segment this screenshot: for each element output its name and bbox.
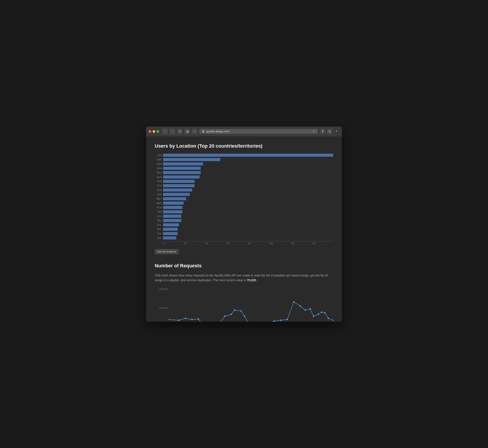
fullscreen-button[interactable] xyxy=(157,130,159,133)
see-all-locations-button[interactable]: See all locations xyxy=(155,249,178,254)
bar-track xyxy=(163,228,333,231)
bar-track xyxy=(163,184,333,187)
chart-dot xyxy=(178,320,179,321)
x-tick: 60 xyxy=(227,241,248,245)
bar-row: SWE xyxy=(155,201,333,205)
bar-row: COL xyxy=(155,214,333,218)
bar-row: CAN xyxy=(155,162,333,166)
sidebar-button[interactable]: ⊞ xyxy=(177,129,183,134)
chart-dot xyxy=(191,319,192,320)
bar-label: CAN xyxy=(155,163,162,165)
bar-label: PHL xyxy=(155,228,162,231)
new-tab-button[interactable]: + xyxy=(334,129,339,134)
chart-dot xyxy=(234,309,235,311)
bar-label: BRA xyxy=(155,167,162,170)
x-tick: 0 xyxy=(163,241,184,245)
bar-fill xyxy=(163,162,203,165)
bar-label: FRA xyxy=(155,184,162,187)
chart-dot xyxy=(333,320,333,321)
bar-label: AUS xyxy=(155,189,162,191)
location-chart-title: Users by Location (Top 20 countries/terr… xyxy=(155,143,333,149)
bar-fill xyxy=(163,215,181,218)
bar-row: MEX xyxy=(155,197,333,201)
bar-row: IND xyxy=(155,210,333,214)
bar-label: NZL xyxy=(155,237,162,239)
browser-content: Users by Location (Top 20 countries/terr… xyxy=(146,137,342,322)
chart-dot xyxy=(324,312,326,314)
bar-fill xyxy=(163,206,182,209)
menu-icon[interactable]: ≡ xyxy=(192,129,197,134)
chart-dot xyxy=(293,301,295,303)
bar-track xyxy=(163,236,333,240)
y-axis-labels: 150,000100,00050,0000 xyxy=(155,288,168,321)
bar-row: FRA xyxy=(155,184,333,188)
bar-track xyxy=(163,215,333,218)
shield-icon[interactable]: ◑ xyxy=(184,129,190,134)
bar-fill xyxy=(163,232,178,235)
chart-dot xyxy=(198,318,199,320)
back-button[interactable]: ‹ xyxy=(162,129,168,134)
chart-dot xyxy=(273,320,275,322)
bar-track xyxy=(163,171,333,174)
bar-row: RUS xyxy=(155,206,333,209)
bar-track xyxy=(163,202,333,205)
bar-label: COL xyxy=(155,215,162,217)
bar-fill xyxy=(163,167,201,170)
chart-dot xyxy=(244,315,245,317)
chart-dot xyxy=(313,315,314,317)
refresh-button[interactable]: ↻ xyxy=(313,130,315,133)
bar-track xyxy=(163,176,333,178)
x-tick: 120 xyxy=(291,241,312,245)
bar-label: ESP xyxy=(155,193,162,196)
description-prefix: This chart shows how many requests to th… xyxy=(155,274,328,282)
browser-actions: ⬆ ⧉ + xyxy=(320,129,339,134)
bar-track xyxy=(163,158,333,161)
description-suffix: . xyxy=(256,278,257,282)
minimize-button[interactable] xyxy=(152,130,155,133)
chart-dot xyxy=(224,315,225,317)
bar-row: POL xyxy=(155,223,333,227)
x-tick: 100 xyxy=(270,241,291,245)
chart-dot xyxy=(304,309,306,311)
requests-section: Number of Requests This chart shows how … xyxy=(155,263,333,322)
bar-track xyxy=(163,219,333,222)
chart-dot xyxy=(300,305,301,307)
lock-icon: 🔒 xyxy=(202,130,205,133)
chart-dot xyxy=(321,312,322,313)
bar-chart: USAGBRCANBRADEUNLDTURFRAAUSESPMEXSWERUSI… xyxy=(155,153,333,240)
bar-track xyxy=(163,162,333,165)
url-text: spotify-dedup.com xyxy=(206,130,229,133)
line-chart xyxy=(169,288,333,321)
x-tick: 80 xyxy=(248,241,270,245)
x-axis: 020406080100120140 xyxy=(163,241,333,245)
bar-fill xyxy=(163,180,195,183)
bar-row: BRA xyxy=(155,166,333,170)
bar-fill xyxy=(163,197,186,200)
close-button[interactable] xyxy=(149,130,151,133)
bar-row: NLD xyxy=(155,175,333,179)
bar-row: TUR xyxy=(155,179,333,183)
bar-track xyxy=(163,197,333,200)
bar-label: POL xyxy=(155,224,162,226)
bar-label: IND xyxy=(155,210,162,213)
bar-track xyxy=(163,167,333,170)
bar-fill xyxy=(163,193,190,196)
requests-chart-title: Number of Requests xyxy=(155,263,333,269)
forward-button[interactable]: › xyxy=(169,129,175,134)
bar-fill xyxy=(163,223,179,226)
share-button[interactable]: ⬆ xyxy=(320,129,325,134)
bar-label: SWE xyxy=(155,202,162,204)
bar-fill xyxy=(163,236,176,240)
bar-label: USA xyxy=(155,154,162,157)
bar-row: BEL xyxy=(155,219,333,223)
duplicate-button[interactable]: ⧉ xyxy=(327,129,332,134)
bar-row: USA xyxy=(155,153,333,157)
bar-row: PHL xyxy=(155,227,333,231)
location-chart-section: Users by Location (Top 20 countries/terr… xyxy=(155,143,333,254)
bar-chart-container: USAGBRCANBRADEUNLDTURFRAAUSESPMEXSWERUSI… xyxy=(155,153,333,245)
url-bar[interactable]: 🔒 spotify-dedup.com ↻ xyxy=(199,129,318,134)
bar-track xyxy=(163,210,333,213)
chart-dot xyxy=(240,310,242,312)
bar-fill xyxy=(163,184,195,187)
browser-chrome: ‹ › ⊞ ◑ ≡ 🔒 spotify-dedup.com ↻ ⬆ ⧉ + xyxy=(146,127,342,137)
